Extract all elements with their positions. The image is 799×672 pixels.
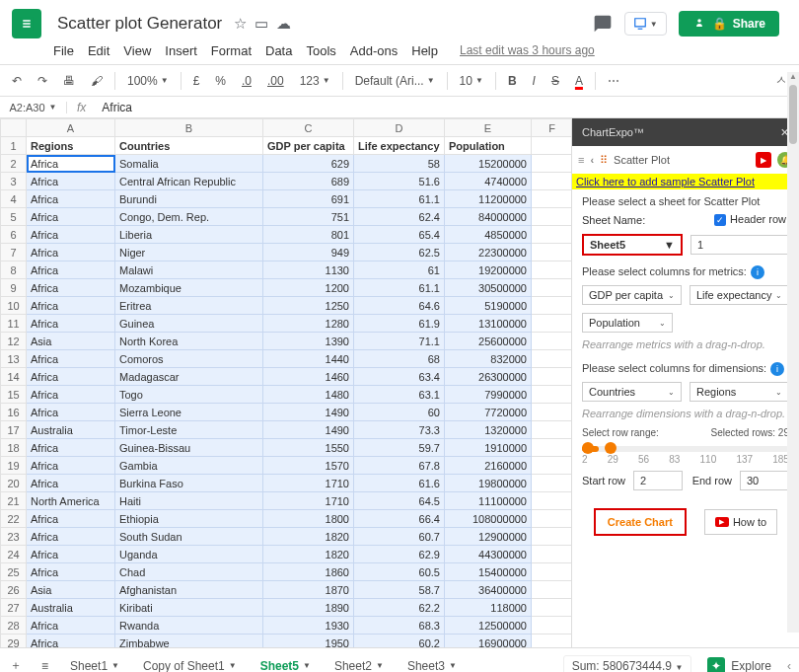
cell[interactable]: 629 xyxy=(263,155,354,173)
header-life[interactable]: Life expectancy xyxy=(354,137,445,155)
row-18[interactable]: 18 xyxy=(1,439,27,457)
cell[interactable]: 15200000 xyxy=(445,155,532,173)
cell[interactable]: 73.3 xyxy=(354,421,445,439)
cell[interactable]: 64.5 xyxy=(354,492,445,510)
cell[interactable]: 62.4 xyxy=(354,208,445,226)
cell[interactable]: Africa xyxy=(27,279,115,297)
cell[interactable]: 19800000 xyxy=(445,475,532,492)
comment-icon[interactable] xyxy=(593,14,613,34)
cell[interactable]: 1910000 xyxy=(445,439,532,457)
row-9[interactable]: 9 xyxy=(1,279,27,297)
cell[interactable]: 61.9 xyxy=(354,315,445,333)
formula-bar[interactable]: Africa xyxy=(96,101,132,114)
cell-blank[interactable] xyxy=(532,617,573,635)
cell[interactable]: 60.5 xyxy=(354,563,445,581)
paint-button[interactable]: 🖌 xyxy=(87,72,107,90)
cell[interactable]: 61.1 xyxy=(354,190,445,208)
cell-blank[interactable] xyxy=(532,510,573,528)
cell[interactable]: Africa xyxy=(27,297,115,315)
row-20[interactable]: 20 xyxy=(1,475,27,492)
metric-pop[interactable]: Population⌄ xyxy=(582,313,673,333)
col-E[interactable]: E xyxy=(445,119,532,137)
tab-menu-icon[interactable]: ▼ xyxy=(376,661,384,670)
cell[interactable]: 1800 xyxy=(263,510,354,528)
cell[interactable]: 19200000 xyxy=(445,261,532,279)
bold-button[interactable]: B xyxy=(504,72,521,90)
cell[interactable]: Africa xyxy=(27,439,115,457)
cell[interactable]: Africa xyxy=(27,190,115,208)
cell[interactable]: 25600000 xyxy=(445,333,532,350)
cell-blank[interactable] xyxy=(532,635,573,648)
dec-plus[interactable]: .00 xyxy=(263,72,288,90)
header-gdp[interactable]: GDP per capita xyxy=(263,137,354,155)
cloud-icon[interactable]: ☁ xyxy=(276,15,291,33)
metric-gdp[interactable]: GDP per capita⌄ xyxy=(582,285,682,305)
cell[interactable]: Africa xyxy=(27,173,115,190)
cell[interactable]: 1480 xyxy=(263,386,354,404)
row-21[interactable]: 21 xyxy=(1,492,27,510)
cell-blank[interactable] xyxy=(532,581,573,599)
cell[interactable]: 51.6 xyxy=(354,173,445,190)
cell-blank[interactable] xyxy=(532,315,573,333)
cell[interactable]: 1820 xyxy=(263,546,354,563)
cell-blank[interactable] xyxy=(532,368,573,386)
cell[interactable]: Australia xyxy=(27,421,115,439)
cell[interactable]: 12900000 xyxy=(445,528,532,546)
row-12[interactable]: 12 xyxy=(1,333,27,350)
tab-menu-icon[interactable]: ▼ xyxy=(229,661,237,670)
percent-button[interactable]: % xyxy=(211,72,230,90)
cell-blank[interactable] xyxy=(532,279,573,297)
cell[interactable]: 59.7 xyxy=(354,439,445,457)
last-edit[interactable]: Last edit was 3 hours ago xyxy=(460,43,595,58)
spreadsheet-grid[interactable]: A B C D E F 1 Regions Countries GDP per … xyxy=(0,118,572,647)
cell[interactable]: Africa xyxy=(27,528,115,546)
sheet-tab-sheet1[interactable]: Sheet1 ▼ xyxy=(58,651,131,673)
cell[interactable]: Mozambique xyxy=(115,279,263,297)
dim-countries[interactable]: Countries⌄ xyxy=(582,382,682,402)
cell[interactable]: 1250 xyxy=(263,297,354,315)
doc-title[interactable]: Scatter plot Generator xyxy=(51,12,228,36)
cell[interactable]: 65.4 xyxy=(354,226,445,244)
font-select[interactable]: Default (Ari... ▼ xyxy=(351,72,439,90)
cell[interactable]: 1550 xyxy=(263,439,354,457)
cell[interactable]: Africa xyxy=(27,386,115,404)
menu-insert[interactable]: Insert xyxy=(165,43,197,58)
add-sheet-button[interactable]: ＋ xyxy=(0,657,32,672)
row-6[interactable]: 6 xyxy=(1,226,27,244)
name-box[interactable]: A2:A30▼ xyxy=(0,102,67,113)
cell-blank[interactable] xyxy=(532,439,573,457)
row-28[interactable]: 28 xyxy=(1,617,27,635)
cell[interactable]: Africa xyxy=(27,208,115,226)
cell[interactable]: 62.9 xyxy=(354,546,445,563)
cell[interactable]: Africa xyxy=(27,563,115,581)
cell[interactable]: Zimbabwe xyxy=(115,635,263,648)
header-countries[interactable]: Countries xyxy=(115,137,263,155)
cell[interactable]: 4850000 xyxy=(445,226,532,244)
cell[interactable]: Africa xyxy=(27,510,115,528)
cell[interactable]: 68.3 xyxy=(354,617,445,635)
cell[interactable]: 60.7 xyxy=(354,528,445,546)
cell[interactable]: North America xyxy=(27,492,115,510)
menu-tools[interactable]: Tools xyxy=(306,43,335,58)
cell[interactable]: Niger xyxy=(115,244,263,261)
cell[interactable]: 1820 xyxy=(263,528,354,546)
row-23[interactable]: 23 xyxy=(1,528,27,546)
cell-blank[interactable] xyxy=(532,457,573,475)
cell[interactable]: Burkina Faso xyxy=(115,475,263,492)
row-16[interactable]: 16 xyxy=(1,404,27,421)
cell-blank[interactable] xyxy=(532,475,573,492)
col-A[interactable]: A xyxy=(27,119,115,137)
cell-blank[interactable] xyxy=(532,528,573,546)
cell-blank[interactable] xyxy=(532,261,573,279)
cell[interactable]: 7990000 xyxy=(445,386,532,404)
cell[interactable]: Congo, Dem. Rep. xyxy=(115,208,263,226)
number-format[interactable]: 123 ▼ xyxy=(296,72,334,90)
cell-blank[interactable] xyxy=(532,386,573,404)
menu-data[interactable]: Data xyxy=(265,43,292,58)
cell[interactable]: 7720000 xyxy=(445,404,532,421)
info-icon[interactable]: i xyxy=(751,265,764,279)
cell[interactable]: 801 xyxy=(263,226,354,244)
row-10[interactable]: 10 xyxy=(1,297,27,315)
cell-blank[interactable] xyxy=(532,208,573,226)
cell-blank[interactable] xyxy=(532,563,573,581)
